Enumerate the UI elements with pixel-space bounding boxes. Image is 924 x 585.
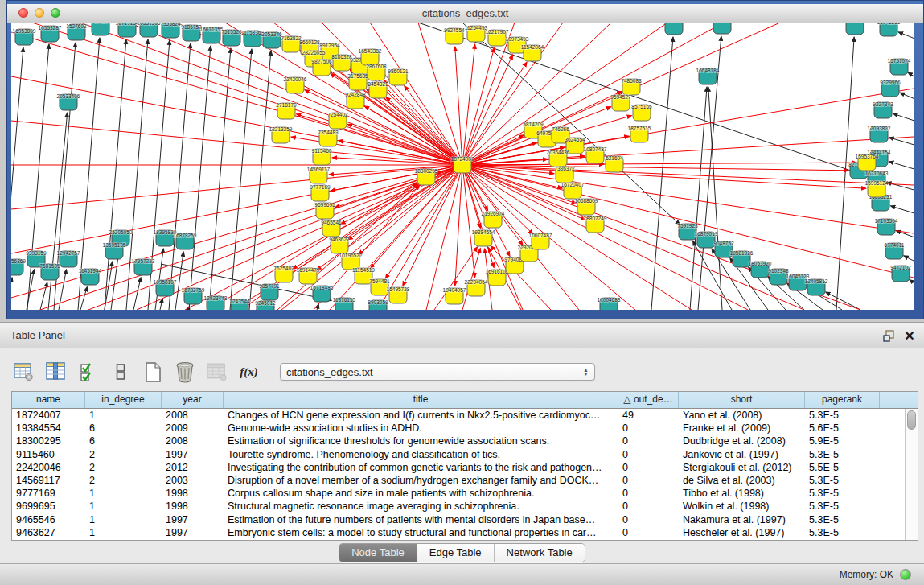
function-builder-button[interactable]: f(x) <box>238 360 260 383</box>
rows-icon <box>115 361 126 382</box>
scrollbar-thumb[interactable] <box>907 410 916 430</box>
graph-node-label: 16671355 <box>200 27 224 32</box>
delete-column-button[interactable] <box>174 360 195 383</box>
table-cell: Estimation of the future numbers of pati… <box>224 513 618 526</box>
table-cell: Tourette syndrome. Phenomenology and cla… <box>224 448 618 461</box>
memory-status-label: Memory: OK <box>840 569 893 580</box>
graph-node-label: 12093822 <box>868 126 891 131</box>
graph-node-label: 10807487 <box>584 146 607 152</box>
column-header-short[interactable]: short <box>679 392 805 408</box>
table-cell: 1997 <box>162 526 224 539</box>
graph-node-label: 12217907 <box>486 29 509 35</box>
graph-edge <box>230 49 252 310</box>
graph-node[interactable] <box>880 23 897 36</box>
table-cell: Dudbridge et al. (2008) <box>679 435 805 447</box>
graph-node-label: 2718170 <box>276 102 297 108</box>
citation-network-graph: 1695380910553287152760264661601071913420… <box>11 23 914 310</box>
table-cell: 5.5E-5 <box>805 461 880 474</box>
graph-node-label: 7594481 <box>369 278 390 284</box>
table-cell: Wolkin et al. (1998) <box>679 500 805 513</box>
graph-node-label: 18807249 <box>584 216 607 221</box>
column-header-out_degree[interactable]: △ out_de… <box>618 392 679 408</box>
column-header-name[interactable]: name <box>12 392 85 408</box>
select-all-button[interactable] <box>77 360 99 383</box>
graph-node-label: 7243544 <box>229 299 250 304</box>
column-header-title[interactable]: title <box>224 392 618 408</box>
table-row[interactable]: 1872400712008Changes of HCN gene express… <box>12 409 905 422</box>
graph-node-label: 17004688 <box>598 297 621 303</box>
table-row[interactable]: 969969511998Structural magnetic resonanc… <box>12 500 905 513</box>
table-cell: 2 <box>85 474 162 487</box>
table-options-button[interactable] <box>13 360 35 383</box>
float-panel-button[interactable] <box>881 328 897 344</box>
graph-edge <box>11 165 462 209</box>
graph-node-label: 9465546 <box>321 220 342 225</box>
graph-node-label: 11156869 <box>11 258 26 264</box>
tab-network-table[interactable]: Network Table <box>494 544 585 562</box>
graph-node[interactable] <box>846 23 864 35</box>
column-header-year[interactable]: year <box>162 392 224 408</box>
table-header-row: namein_degreeyeartitle△ out_de…shortpage… <box>12 392 918 409</box>
table-cell: 49 <box>618 409 679 422</box>
graph-node-label: 9186752 <box>181 24 202 30</box>
graph-canvas[interactable]: 1695380910553287152760264661601071913420… <box>11 23 914 310</box>
table-cell: 5.3E-5 <box>805 409 880 422</box>
graph-node-label: 9227343 <box>873 101 893 107</box>
tab-node-table[interactable]: Node Table <box>339 544 417 562</box>
graph-node[interactable] <box>92 23 109 35</box>
graph-node-label: 20533406 <box>57 93 80 99</box>
tab-edge-table[interactable]: Edge Table <box>417 544 494 562</box>
table-column-icon <box>46 361 67 382</box>
table-cell: 5.3E-5 <box>805 513 880 526</box>
graph-node-label: 21926974 <box>482 211 505 216</box>
close-panel-button[interactable]: ✕ <box>901 328 918 344</box>
graph-node-label: 2867608 <box>366 64 387 69</box>
graph-node-label: 17103504 <box>875 218 898 224</box>
graph-edge <box>908 72 914 78</box>
table-cell: 9463627 <box>12 526 85 539</box>
show-columns-button[interactable] <box>45 360 67 383</box>
graph-node-label: 7515526 <box>221 29 242 35</box>
table-cell: 5.3E-5 <box>805 474 880 487</box>
graph-node-label: 6466160 <box>90 23 111 24</box>
graph-node-label: 6774011 <box>885 242 905 248</box>
graph-node-label: 7485083 <box>621 78 642 84</box>
graph-edge <box>418 23 867 176</box>
graph-node-label: 9463627 <box>329 237 350 242</box>
table-row[interactable]: 946554611997Estimation of the future num… <box>12 513 905 526</box>
table-row[interactable]: 977716911998Corpus callosum shape and si… <box>12 487 905 500</box>
graph-node-label: 17957223 <box>132 258 155 264</box>
table-row[interactable]: 911546021997Tourette syndrome. Phenomeno… <box>12 448 905 461</box>
table-dropdown[interactable]: citations_edges.txt ▲▼ <box>280 363 595 381</box>
import-table-button[interactable] <box>206 360 228 383</box>
table-cell: 2012 <box>162 461 224 474</box>
graph-node-label: 7591923 <box>677 223 698 229</box>
table-cell: 0 <box>618 461 679 474</box>
graph-node-label: 16914479 <box>297 267 320 273</box>
select-rows-button[interactable] <box>109 360 131 383</box>
graph-node-label: 7581505 <box>39 263 60 269</box>
graph-node-label: 22420046 <box>284 76 307 82</box>
graph-node-label: 10607487 <box>529 233 552 238</box>
column-header-pagerank[interactable]: pagerank <box>805 392 880 408</box>
table-row[interactable]: 2242004622012Investigating the contribut… <box>12 461 905 474</box>
table-row[interactable]: 1938455462009Genome-wide association stu… <box>12 422 905 435</box>
graph-node[interactable] <box>713 23 731 34</box>
graph-node[interactable] <box>665 23 683 35</box>
table-cell: 5.6E-5 <box>805 422 880 435</box>
table-cell: 0 <box>618 487 679 500</box>
graph-edge <box>900 93 914 100</box>
table-row[interactable]: 1456911722003Disruption of a novel membe… <box>12 474 905 487</box>
table-scrollbar[interactable] <box>905 409 918 540</box>
graph-node-label: 10688609 <box>575 198 598 204</box>
window-title: citations_edges.txt <box>7 7 923 19</box>
new-column-button[interactable] <box>142 360 163 383</box>
graph-node-label: 11158368 <box>241 30 264 35</box>
table-cell: Investigating the contribution of common… <box>224 461 618 474</box>
graph-node-label: 3624554 <box>565 137 585 142</box>
table-row[interactable]: 1830029562008Estimation of significance … <box>12 435 905 447</box>
graph-node-label: 19384554 <box>472 229 495 235</box>
table-cell: 18300295 <box>12 435 85 447</box>
table-row[interactable]: 946362711997Embryonic stem cells: a mode… <box>12 526 905 539</box>
column-header-in_degree[interactable]: in_degree <box>85 392 162 408</box>
